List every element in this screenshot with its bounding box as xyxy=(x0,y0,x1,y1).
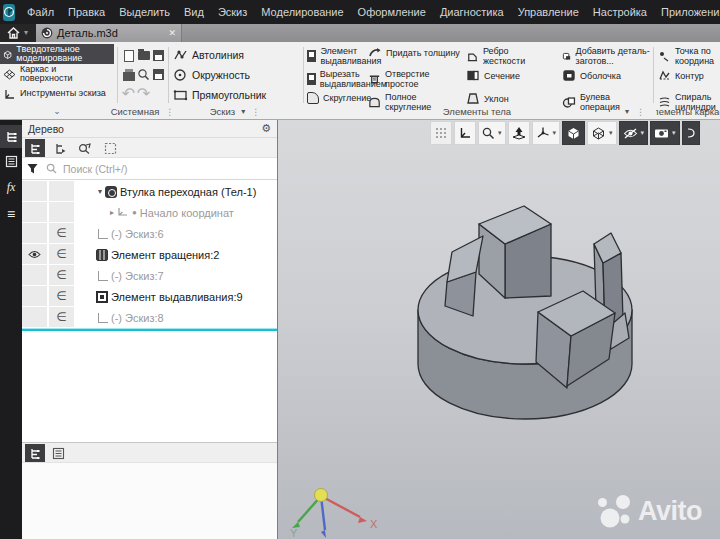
tree-row-sketch7[interactable]: ∈ (-) Эскиз:7 xyxy=(22,265,277,286)
tree-relations-button[interactable] xyxy=(75,139,95,157)
membership-icon: ∈ xyxy=(56,226,66,240)
panel-menu-button[interactable]: ≡ xyxy=(0,202,22,225)
shaded-display-button[interactable] xyxy=(562,121,585,145)
tab-close-icon[interactable]: ✕ xyxy=(168,28,176,38)
menu-diagnostics[interactable]: Диагностика xyxy=(433,0,511,24)
menu-file[interactable]: Файл xyxy=(20,0,61,24)
preview-button[interactable] xyxy=(136,65,151,84)
model-bushing-3d[interactable] xyxy=(370,195,660,435)
tree-row-revolve[interactable]: ∈ Элемент вращения:2 xyxy=(22,244,277,265)
parameters-panel-toggle[interactable] xyxy=(0,150,22,173)
clipped-toolbar-button[interactable] xyxy=(682,121,700,145)
menu-select[interactable]: Выделить xyxy=(112,0,177,24)
new-document-icon xyxy=(124,50,134,62)
save-button[interactable] xyxy=(151,46,166,65)
section-icon xyxy=(466,69,480,82)
hide-objects-button[interactable]: ▾ xyxy=(619,121,649,145)
save-as-button[interactable] xyxy=(151,65,166,84)
tree-row-sketch8[interactable]: ∈ (-) Эскиз:8 xyxy=(22,307,277,328)
tree-structure-button[interactable] xyxy=(25,139,45,157)
gear-icon[interactable]: ⚙ xyxy=(261,122,271,135)
shaded-cube-icon xyxy=(566,126,581,141)
menu-modeling[interactable]: Моделирование xyxy=(254,0,350,24)
collapse-caret-icon[interactable]: ▸ xyxy=(110,208,114,217)
thicken-label: Придать толщину xyxy=(386,48,460,58)
tree-row-extrude[interactable]: ∈ Элемент выдавливания:9 xyxy=(22,286,277,307)
new-document-button[interactable] xyxy=(121,46,136,65)
ribbon-expand-chevron-icon[interactable]: ⌄ xyxy=(0,105,114,117)
menu-sketch[interactable]: Эскиз xyxy=(211,0,254,24)
draft-label: Уклон xyxy=(484,94,509,104)
gutter-cell xyxy=(22,265,48,286)
home-button[interactable] xyxy=(3,25,23,41)
draft-button[interactable]: Уклон xyxy=(466,92,548,105)
add-part-blank-label: Добавить деталь-заготов... xyxy=(576,46,652,66)
tree-row-sketch6[interactable]: ∈ (-) Эскиз:6 xyxy=(22,223,277,244)
tree-panel-toggle[interactable] xyxy=(0,125,22,148)
coordinate-triad: X Y xyxy=(282,480,382,539)
fx-icon: fx xyxy=(7,180,16,195)
tab-detail-m3d[interactable]: Деталь.m3d ✕ xyxy=(36,24,182,42)
tree-search-input[interactable] xyxy=(61,162,277,176)
insertion-marker[interactable] xyxy=(22,328,277,331)
sketch-view-button[interactable] xyxy=(454,121,476,145)
save-as-icon xyxy=(153,69,164,80)
expand-caret-icon[interactable]: ▾ xyxy=(98,187,102,196)
redo-button[interactable]: ↷ xyxy=(136,84,151,103)
tree-tab-button[interactable] xyxy=(25,444,45,462)
mode-solid-modeling[interactable]: Твердотельное моделирование xyxy=(0,44,114,64)
display-mode-button[interactable]: ▾ xyxy=(587,121,617,145)
camera-icon xyxy=(654,127,669,139)
thicken-button[interactable]: Придать толщину xyxy=(368,46,460,59)
zoom-button[interactable]: ▾ xyxy=(478,121,506,145)
variables-panel-toggle[interactable]: fx xyxy=(0,176,22,199)
draft-icon xyxy=(466,92,480,105)
eye-icon[interactable] xyxy=(28,250,41,259)
image-quality-button[interactable]: ▾ xyxy=(650,121,680,145)
contour-button[interactable]: Контур xyxy=(658,69,720,82)
add-part-blank-button[interactable]: Добавить деталь-заготов... xyxy=(562,46,652,66)
sketch-icon xyxy=(98,229,108,239)
group-caret-icon[interactable]: ▾ xyxy=(241,107,245,116)
menu-management[interactable]: Управление xyxy=(511,0,586,24)
menu-settings[interactable]: Настройка xyxy=(586,0,654,24)
menu-formatting[interactable]: Оформление xyxy=(351,0,433,24)
grid-widget-button[interactable] xyxy=(430,121,452,145)
filter-icon[interactable] xyxy=(26,162,39,175)
parameters-icon xyxy=(5,155,18,168)
home-caret-icon[interactable]: ▾ xyxy=(24,26,28,40)
shell-button[interactable]: Оболочка xyxy=(562,69,652,82)
group-grip-icon[interactable]: ⋮ xyxy=(636,107,645,117)
tree-item-label: Элемент вращения:2 xyxy=(111,249,219,261)
hamburger-icon: ≡ xyxy=(7,209,15,219)
orient-normal-button[interactable] xyxy=(508,121,530,145)
section-button[interactable]: Сечение xyxy=(466,69,548,82)
undo-button[interactable]: ↶ xyxy=(121,84,136,103)
menu-edit[interactable]: Правка xyxy=(61,0,112,24)
viewport-3d[interactable]: ▾ ▾ ▾ ▾ ▾ xyxy=(278,120,720,539)
ribbon: Твердотельное моделирование Каркас и пов… xyxy=(0,42,720,120)
mode-sketch-tools[interactable]: Инструменты эскиза xyxy=(0,84,114,104)
tree-row-origin[interactable]: ▸ ● Начало координат xyxy=(22,202,277,223)
menu-view[interactable]: Вид xyxy=(177,0,211,24)
rib-button[interactable]: Ребро жесткости xyxy=(466,46,548,66)
point-by-coords-button[interactable]: Точка по координа xyxy=(658,46,720,66)
open-button[interactable] xyxy=(136,46,151,65)
tree-row-part[interactable]: ▾ Втулка переходная (Тел-1) xyxy=(22,181,277,202)
autoline-button[interactable]: Автолиния xyxy=(173,48,244,62)
list-tab-button[interactable] xyxy=(48,444,68,462)
mode-wireframe-surfaces[interactable]: Каркас и поверхности xyxy=(0,64,114,84)
rectangle-button[interactable]: Прямоугольник xyxy=(173,88,266,102)
selection-area-button[interactable] xyxy=(100,139,120,157)
simple-hole-button[interactable]: Отверстие простое xyxy=(368,69,460,89)
tree-composition-button[interactable] xyxy=(50,139,70,157)
group-caret-icon[interactable]: ▾ xyxy=(625,107,629,116)
orientation-button[interactable]: ▾ xyxy=(532,121,561,145)
menu-applications[interactable]: Приложения xyxy=(654,0,720,24)
contour-label: Контур xyxy=(675,71,704,81)
print-button[interactable] xyxy=(121,65,136,84)
circle-button[interactable]: Окружность xyxy=(173,68,250,82)
kompas-logo-icon[interactable] xyxy=(3,4,15,21)
group-grip-icon[interactable]: ⋮ xyxy=(251,107,260,117)
sketch-icon xyxy=(98,313,108,323)
